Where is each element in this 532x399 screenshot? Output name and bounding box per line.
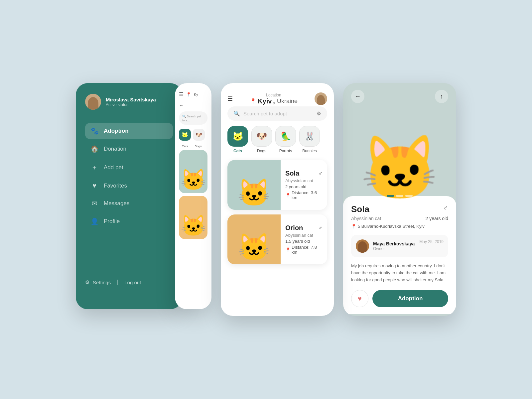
screen-detail: ← ↑ 🐱 Sola ♂ Abyssinian cat 2 years old … [343, 83, 456, 316]
user-info: Miroslava Savitskaya Active status [106, 97, 156, 107]
owner-left: Maya Berkovskaya Owner [356, 239, 415, 253]
settings-gear-icon: ⚙ [85, 279, 89, 285]
user-status: Active status [106, 102, 156, 107]
detail-nav-bar: ← ↑ [343, 90, 456, 103]
sidebar-item-label-donation: Donation [104, 146, 126, 152]
cats-btn-partial: 🐱 [179, 129, 191, 141]
orion-breed: Abyssinian cat [285, 233, 323, 238]
sidebar-item-adoption[interactable]: 🐾 Adoption [85, 123, 173, 139]
hamburger-icon[interactable]: ☰ [227, 95, 233, 102]
orion-distance-text: Distance: 7.8 km [292, 245, 323, 255]
orion-image: 🐱 [227, 214, 281, 264]
orion-age: 1.5 years old [285, 239, 323, 244]
logout-button[interactable]: Log out [124, 280, 141, 285]
screens-container: Miroslava Savitskaya Active status 🐾 Ado… [76, 83, 456, 316]
location-pin-detail: 📍 [351, 224, 356, 229]
detail-info-panel: Sola ♂ Abyssinian cat 2 years old 📍 5 Bu… [343, 196, 456, 314]
detail-location: 📍 5 Bulvarno-Kudriavska Street, Kyiv [351, 224, 448, 229]
search-bar-partial: 🔍 Search pet to a... [179, 111, 207, 125]
search-bar[interactable]: 🔍 Search pet to adopt ⚙ [227, 106, 327, 121]
dogs-btn-partial: 🐶 [193, 129, 205, 141]
sidebar-item-profile[interactable]: 👤 Profile [85, 213, 173, 229]
dogs-emoji: 🐶 [256, 131, 267, 142]
category-bunnies[interactable]: 🐰 Bunnies [299, 126, 320, 153]
pet-card-orion[interactable]: 🐱 Orion ♂ Abyssinian cat 1.5 years old 📍… [227, 214, 327, 264]
pet-card-2-partial: 🐱 [179, 196, 207, 239]
dot-1 [387, 195, 394, 197]
parrots-label: Parrots [279, 149, 292, 153]
sidebar-item-label-add-pet: Add pet [104, 164, 123, 171]
detail-description: My job requires moving to another countr… [351, 263, 448, 283]
sidebar-item-add-pet[interactable]: ＋ Add pet [85, 159, 173, 176]
category-cats[interactable]: 🐱 Cats [227, 126, 248, 153]
heart-icon: ♥ [358, 295, 362, 303]
filter-icon[interactable]: ⚙ [317, 110, 321, 117]
location-pin-icon: 📍 [250, 98, 256, 104]
user-name: Miroslava Savitskaya [106, 97, 156, 102]
sidebar-item-favorites[interactable]: ♥ Favorites [85, 178, 173, 194]
dot-3 [405, 195, 413, 197]
sidebar-item-label-profile: Profile [104, 218, 120, 225]
detail-image-area: ← ↑ 🐱 [343, 83, 456, 203]
favorites-icon: ♥ [90, 182, 98, 190]
categories-row: 🐱 Cats 🐶 Dogs 🦜 Parrots 🐰 Bun [221, 126, 334, 153]
category-labels-partial: Cats Dogs [179, 145, 207, 148]
profile-icon: 👤 [90, 217, 98, 225]
sidebar-item-donation[interactable]: 🏠 Donation [85, 141, 173, 157]
owner-name: Maya Berkovskaya [373, 241, 415, 246]
city-partial: Ky [194, 92, 198, 96]
partial-header: ☰ 📍 Ky [179, 91, 207, 97]
action-row: ♥ Adoption [351, 290, 448, 307]
avatar [85, 94, 101, 110]
cats-emoji: 🐱 [232, 131, 243, 142]
category-dogs[interactable]: 🐶 Dogs [251, 126, 272, 153]
detail-age: 2 years old [426, 216, 448, 221]
bunnies-icon-box: 🐰 [299, 126, 320, 147]
parrots-emoji: 🦜 [280, 131, 291, 142]
screen-main: ☰ Location 📍 Kyiv, Ukraine 🔍 Search pet … [221, 83, 334, 316]
orion-distance: 📍 Distance: 7.8 km [285, 245, 323, 255]
settings-label: Settings [93, 280, 111, 285]
messages-icon: ✉ [90, 200, 98, 207]
detail-pet-name: Sola [351, 204, 369, 214]
orion-name: Orion [285, 224, 303, 232]
detail-sub-row: Abyssinian cat 2 years old [351, 216, 448, 221]
sola-name-row: Sola ♂ [285, 170, 323, 177]
sola-age: 2 years old [285, 184, 323, 189]
dogs-label: Dogs [257, 149, 266, 153]
dogs-icon-box: 🐶 [251, 126, 272, 147]
settings-item[interactable]: ⚙ Settings [85, 279, 111, 285]
share-button[interactable]: ↑ [435, 90, 448, 103]
pet-card-sola[interactable]: 🐱 Sola ♂ Abyssinian cat 2 years old 📍 Di… [227, 160, 327, 210]
screen-sidebar: Miroslava Savitskaya Active status 🐾 Ado… [76, 83, 182, 309]
header-center: Location 📍 Kyiv, Ukraine [250, 93, 298, 105]
adoption-icon: 🐾 [90, 127, 98, 135]
pets-list: 🐱 Sola ♂ Abyssinian cat 2 years old 📍 Di… [221, 160, 334, 264]
adopt-button[interactable]: Adoption [372, 290, 448, 307]
user-header: Miroslava Savitskaya Active status [85, 94, 173, 110]
owner-avatar [356, 239, 369, 253]
sola-distance-text: Distance: 3.6 km [292, 190, 323, 200]
sidebar-item-label-adoption: Adoption [104, 128, 129, 134]
favorite-button[interactable]: ♥ [351, 290, 368, 307]
sola-info: Sola ♂ Abyssinian cat 2 years old 📍 Dist… [281, 160, 327, 210]
country-name: Ukraine [277, 98, 298, 105]
orion-name-row: Orion ♂ [285, 224, 323, 232]
back-button[interactable]: ← [351, 90, 364, 103]
owner-role: Owner [373, 246, 415, 251]
parrots-icon-box: 🦜 [275, 126, 296, 147]
owner-date: May 25, 2019 [419, 239, 444, 244]
bottom-nav: ⚙ Settings Log out [85, 269, 173, 285]
detail-gender-icon: ♂ [443, 204, 448, 212]
location-address: 5 Bulvarno-Kudriavska Street, Kyiv [358, 224, 425, 229]
category-parrots[interactable]: 🦜 Parrots [275, 126, 296, 153]
sidebar-item-label-favorites: Favorites [104, 183, 127, 189]
back-arrow-partial: ← [179, 103, 207, 108]
search-input[interactable]: Search pet to adopt [243, 111, 313, 116]
location-label: Location [250, 93, 298, 97]
header-avatar[interactable] [315, 92, 327, 105]
sidebar-item-messages[interactable]: ✉ Messages [85, 196, 173, 211]
categories-partial: 🐱 🐶 [179, 129, 207, 141]
nav-items: 🐾 Adoption 🏠 Donation ＋ Add pet ♥ Favori… [85, 123, 173, 229]
distance-pin-icon-2: 📍 [285, 247, 291, 252]
